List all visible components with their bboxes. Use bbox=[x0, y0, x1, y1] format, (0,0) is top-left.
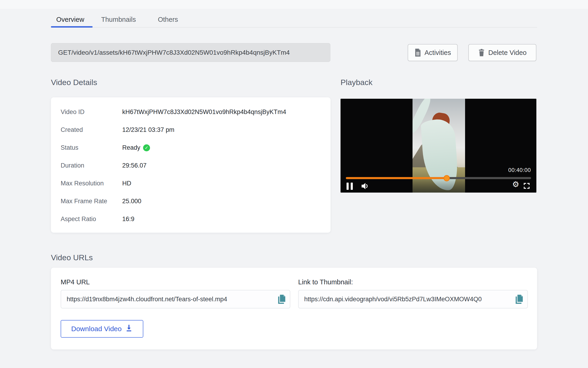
detail-row-max-resolution: Max Resolution HD bbox=[51, 180, 331, 189]
detail-row-status: Status Ready ✓ bbox=[51, 144, 331, 153]
download-icon bbox=[125, 324, 133, 334]
detail-row-video-id: Video ID kH67tWxjPHW7c8J3Xd02N5W01vo9hRk… bbox=[51, 109, 331, 118]
detail-label: Max Frame Rate bbox=[61, 198, 107, 205]
detail-value: 25.000 bbox=[122, 198, 141, 205]
thumbnail-link-input[interactable] bbox=[298, 290, 528, 308]
status-ready-check-icon: ✓ bbox=[143, 144, 150, 151]
api-endpoint-display: GET/video/v1/assets/kH67tWxjPHW7c8J3Xd02… bbox=[51, 43, 330, 62]
mp4-url-field bbox=[61, 290, 290, 308]
detail-row-created: Created 12/23/21 03:37 pm bbox=[51, 126, 331, 136]
detail-row-max-frame-rate: Max Frame Rate 25.000 bbox=[51, 198, 331, 207]
tab-thumbnails[interactable]: Thumbnails bbox=[101, 16, 136, 23]
active-tab-indicator bbox=[51, 26, 93, 28]
tabs-divider bbox=[51, 27, 537, 28]
top-band bbox=[0, 0, 588, 9]
detail-value: kH67tWxjPHW7c8J3Xd02N5W01vo9hRkp4b4qnsjB… bbox=[122, 109, 286, 116]
detail-label: Max Resolution bbox=[61, 180, 104, 187]
fullscreen-icon[interactable] bbox=[523, 182, 530, 191]
delete-video-button[interactable]: Delete Video bbox=[468, 44, 536, 61]
document-icon bbox=[414, 49, 421, 56]
delete-button-label: Delete Video bbox=[488, 49, 527, 56]
volume-icon[interactable] bbox=[361, 182, 369, 191]
download-video-button[interactable]: Download Video bbox=[61, 320, 143, 338]
status-text: Ready bbox=[122, 144, 140, 151]
tab-overview[interactable]: Overview bbox=[56, 16, 84, 23]
detail-value: Ready ✓ bbox=[122, 144, 150, 151]
activities-button[interactable]: Activities bbox=[408, 44, 458, 61]
detail-value: 16:9 bbox=[122, 215, 134, 223]
detail-label: Video ID bbox=[61, 109, 85, 116]
playback-time-display: 00:40:00 bbox=[508, 167, 531, 173]
detail-label: Created bbox=[61, 126, 83, 133]
video-urls-title: Video URLs bbox=[51, 253, 93, 262]
detail-value: HD bbox=[122, 180, 131, 187]
copy-mp4-url-icon[interactable] bbox=[276, 294, 287, 304]
settings-gear-icon[interactable]: ⚙ bbox=[512, 180, 519, 188]
download-button-label: Download Video bbox=[71, 325, 122, 333]
tab-others[interactable]: Others bbox=[158, 16, 178, 23]
trash-icon bbox=[478, 49, 485, 56]
video-details-title: Video Details bbox=[51, 78, 97, 87]
video-frame-bottom-fade bbox=[412, 178, 465, 193]
seek-handle[interactable] bbox=[444, 175, 450, 181]
copy-thumbnail-link-icon[interactable] bbox=[513, 294, 524, 304]
detail-value: 12/23/21 03:37 pm bbox=[122, 126, 174, 133]
thumbnail-link-field bbox=[298, 290, 528, 308]
detail-label: Status bbox=[61, 144, 79, 151]
thumbnail-link-label: Link to Thumbnail: bbox=[298, 278, 353, 286]
detail-label: Duration bbox=[61, 162, 84, 169]
mp4-url-input[interactable] bbox=[61, 290, 290, 308]
detail-label: Aspect Ratio bbox=[61, 215, 96, 223]
detail-value: 29:56.07 bbox=[122, 162, 147, 169]
player-progress-fill bbox=[346, 177, 447, 179]
video-details-card: Video ID kH67tWxjPHW7c8J3Xd02N5W01vo9hRk… bbox=[51, 97, 331, 233]
video-player[interactable]: 00:40:00 ⚙ bbox=[341, 99, 536, 193]
video-asset-page: Overview Thumbnails Others GET/video/v1/… bbox=[0, 0, 588, 368]
activities-button-label: Activities bbox=[425, 49, 451, 56]
pause-button[interactable] bbox=[347, 183, 355, 190]
seek-bar[interactable] bbox=[346, 177, 531, 179]
playback-title: Playback bbox=[341, 78, 372, 87]
detail-row-duration: Duration 29:56.07 bbox=[51, 162, 331, 171]
detail-row-aspect-ratio: Aspect Ratio 16:9 bbox=[51, 215, 331, 225]
mp4-url-label: MP4 URL bbox=[61, 278, 90, 286]
video-urls-card: MP4 URL Link to Thumbnail: bbox=[51, 268, 537, 350]
